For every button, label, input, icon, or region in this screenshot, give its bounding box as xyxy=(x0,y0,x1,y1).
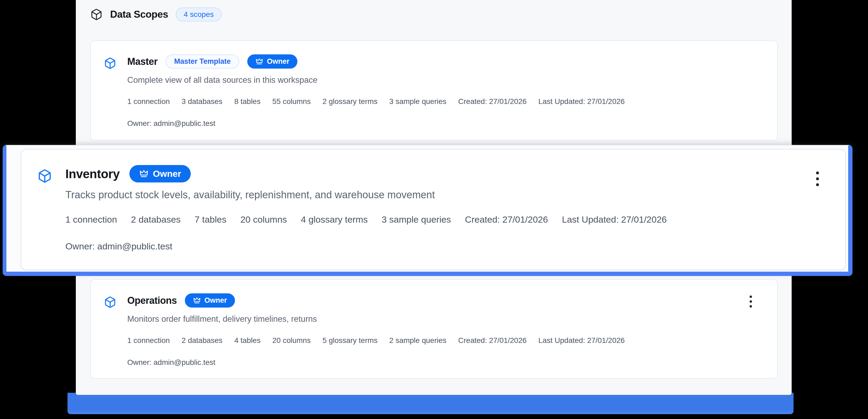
stat-connections: 1 connection xyxy=(127,97,170,106)
scope-description: Complete view of all data sources in thi… xyxy=(127,75,317,85)
inventory-highlight-overlay: Inventory Owner Tracks product stock lev… xyxy=(3,145,852,276)
cube-icon xyxy=(37,169,52,183)
stat-databases: 2 databases xyxy=(182,336,223,345)
stat-created: Created: 27/01/2026 xyxy=(458,97,526,106)
stat-sample-queries: 3 sample queries xyxy=(389,97,446,106)
stat-connections: 1 connection xyxy=(127,336,170,345)
card-title-row: Operations Owner xyxy=(127,293,235,307)
scope-count-badge: 4 scopes xyxy=(176,7,222,22)
stat-sample-queries: 3 sample queries xyxy=(381,214,451,225)
owner-badge: Owner xyxy=(129,165,191,182)
stat-glossary-terms: 2 glossary terms xyxy=(322,97,377,106)
card-title-row: Inventory Owner xyxy=(65,165,191,182)
owner-email-line: Owner: admin@public.test xyxy=(65,241,172,251)
crown-icon xyxy=(193,297,201,305)
owner-badge-label: Owner xyxy=(205,296,227,305)
scope-stats-row: 1 connection 2 databases 4 tables 20 col… xyxy=(127,336,625,345)
owner-badge-label: Owner xyxy=(267,57,289,66)
stat-tables: 4 tables xyxy=(234,336,260,345)
owner-email-line: Owner: admin@public.test xyxy=(127,119,215,128)
cube-icon xyxy=(104,57,116,69)
crown-icon xyxy=(255,58,264,66)
owner-badge: Owner xyxy=(247,54,298,68)
scope-name: Master xyxy=(127,56,157,67)
stat-last-updated: Last Updated: 27/01/2026 xyxy=(538,336,625,345)
page-title: Data Scopes xyxy=(110,9,168,20)
owner-badge: Owner xyxy=(185,293,235,307)
stat-columns: 20 columns xyxy=(272,336,310,345)
scope-stats-row: 1 connection 3 databases 8 tables 55 col… xyxy=(127,97,625,106)
stat-last-updated: Last Updated: 27/01/2026 xyxy=(538,97,625,106)
stat-tables: 7 tables xyxy=(194,214,226,225)
stat-tables: 8 tables xyxy=(234,97,260,106)
stat-columns: 55 columns xyxy=(272,97,310,106)
stat-created: Created: 27/01/2026 xyxy=(458,336,526,345)
stat-glossary-terms: 4 glossary terms xyxy=(301,214,368,225)
card-title-row: Master Master Template Owner xyxy=(127,54,298,68)
crown-icon xyxy=(139,169,149,179)
stat-sample-queries: 2 sample queries xyxy=(389,336,446,345)
stat-databases: 2 databases xyxy=(131,214,181,225)
panel-header: Data Scopes 4 scopes xyxy=(90,7,222,22)
stat-created: Created: 27/01/2026 xyxy=(465,214,548,225)
cube-icon xyxy=(104,296,116,308)
stat-columns: 20 columns xyxy=(240,214,287,225)
owner-email-line: Owner: admin@public.test xyxy=(127,358,215,367)
scope-card-master[interactable]: Master Master Template Owner Complete vi… xyxy=(90,40,778,141)
stat-databases: 3 databases xyxy=(182,97,223,106)
scope-name: Operations xyxy=(127,295,177,306)
scope-card-inventory[interactable]: Inventory Owner Tracks product stock lev… xyxy=(21,149,846,270)
master-template-badge: Master Template xyxy=(165,54,239,68)
scope-stats-row: 1 connection 2 databases 7 tables 20 col… xyxy=(65,214,667,225)
cube-icon xyxy=(90,8,103,21)
scope-description: Monitors order fulfillment, delivery tim… xyxy=(127,314,317,324)
kebab-menu-icon[interactable] xyxy=(814,170,820,188)
scope-name: Inventory xyxy=(65,167,120,181)
owner-badge-label: Owner xyxy=(153,169,181,179)
stat-last-updated: Last Updated: 27/01/2026 xyxy=(562,214,666,225)
scope-description: Tracks product stock levels, availabilit… xyxy=(65,189,435,201)
kebab-menu-icon[interactable] xyxy=(748,294,754,309)
bottom-blue-accent-bar xyxy=(67,393,794,414)
screenshot-canvas: Data Scopes 4 scopes Master Master Templ… xyxy=(0,0,868,419)
stat-glossary-terms: 5 glossary terms xyxy=(322,336,377,345)
scope-card-operations[interactable]: Operations Owner Monitors order fulfillm… xyxy=(90,279,778,379)
stat-connections: 1 connection xyxy=(65,214,117,225)
